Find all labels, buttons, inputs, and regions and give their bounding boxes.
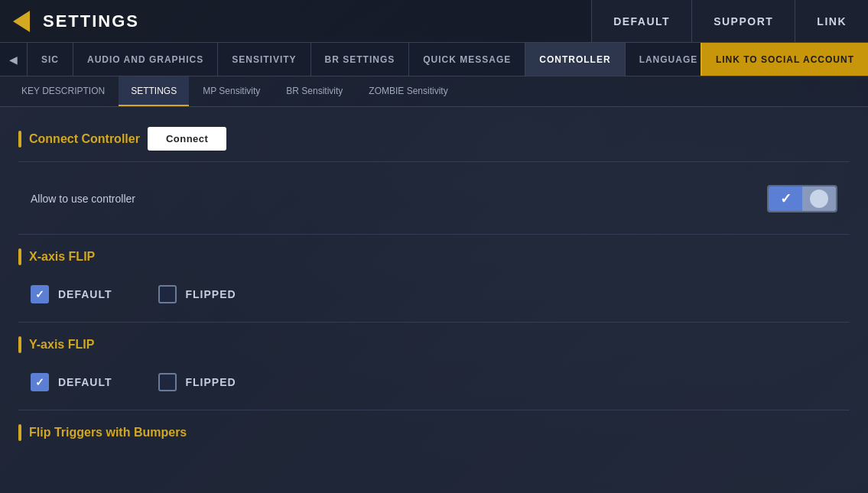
x-axis-default-item[interactable]: DEFAULT xyxy=(31,285,112,303)
nav-tab-quick-message[interactable]: QUICK MESSAGE xyxy=(409,43,525,76)
y-axis-default-item[interactable]: DEFAULT xyxy=(31,373,112,391)
nav-tab-sic[interactable]: SIC xyxy=(28,43,73,76)
sub-tab-settings[interactable]: SETTINGS xyxy=(119,76,189,106)
sub-tab-br-sensitivity[interactable]: BR Sensitivity xyxy=(274,76,355,106)
sub-tab-key-description[interactable]: KEY DESCRIPTION xyxy=(9,76,117,106)
x-axis-default-checkbox[interactable] xyxy=(31,285,49,303)
support-button[interactable]: SUPPORT xyxy=(691,0,795,42)
divider-4 xyxy=(18,410,850,410)
allow-controller-body: Allow to use controller ✓ xyxy=(18,168,850,229)
connect-controller-header: Connect Controller Connect xyxy=(18,119,850,157)
section-y-axis-flip: Y-axis FLIP DEFAULT FLIPPED xyxy=(18,329,850,410)
link-social-account-tab[interactable]: LINK TO SOCIAL ACCOUNT xyxy=(701,43,868,76)
nav-tab-sensitivity[interactable]: SENSITIVITY xyxy=(218,43,310,76)
y-axis-flip-title: Y-axis FLIP xyxy=(29,338,94,352)
divider-3 xyxy=(18,322,850,323)
main-content: Connect Controller Connect Allow to use … xyxy=(0,107,868,493)
nav-tab-br-settings[interactable]: BR SETTINGS xyxy=(311,43,410,76)
page-title: SETTINGS xyxy=(43,11,139,31)
y-axis-flipped-label: FLIPPED xyxy=(186,376,236,388)
nav-tab-language[interactable]: LANGUAGE xyxy=(626,43,713,76)
sub-tabs: KEY DESCRIPTION SETTINGS MP Sensitivity … xyxy=(0,76,868,107)
x-axis-flipped-item[interactable]: FLIPPED xyxy=(158,285,236,303)
x-axis-flip-header: X-axis FLIP xyxy=(18,241,850,271)
sub-tab-mp-sensitivity[interactable]: MP Sensitivity xyxy=(190,76,272,106)
y-axis-default-checkbox[interactable] xyxy=(31,373,49,391)
section-flip-triggers: Flip Triggers with Bumpers xyxy=(18,417,850,447)
flip-triggers-header: Flip Triggers with Bumpers xyxy=(18,417,850,447)
section-bar-triggers-icon xyxy=(18,424,21,441)
nav-tabs: ◀ SIC AUDIO AND GRAPHICS SENSITIVITY BR … xyxy=(0,43,868,76)
connect-button[interactable]: Connect xyxy=(148,127,227,151)
x-axis-flip-body: DEFAULT FLIPPED xyxy=(18,271,850,317)
top-buttons: DEFAULT SUPPORT LINK xyxy=(591,0,868,42)
nav-back-icon: ◀ xyxy=(9,54,18,66)
section-bar-icon xyxy=(18,131,21,148)
nav-tab-controller[interactable]: CONTROLLER xyxy=(525,43,625,76)
divider-2 xyxy=(18,234,850,235)
back-button[interactable] xyxy=(8,8,35,35)
section-x-axis-flip: X-axis FLIP DEFAULT FLIPPED xyxy=(18,241,850,323)
nav-tab-audio-graphics[interactable]: AUDIO AND GRAPHICS xyxy=(73,43,218,76)
allow-controller-label: Allow to use controller xyxy=(31,193,135,205)
toggle-knob-inner xyxy=(810,190,828,208)
x-axis-flipped-label: FLIPPED xyxy=(186,288,236,300)
section-allow-controller: Allow to use controller ✓ xyxy=(18,168,850,235)
allow-controller-toggle[interactable]: ✓ xyxy=(767,185,837,212)
divider-1 xyxy=(18,161,850,162)
x-axis-flipped-checkbox[interactable] xyxy=(158,285,177,303)
section-connect-controller: Connect Controller Connect xyxy=(18,119,850,162)
section-bar-y-icon xyxy=(18,336,21,353)
sub-tab-zombie-sensitivity[interactable]: ZOMBIE Sensitivity xyxy=(356,76,460,106)
toggle-check-icon: ✓ xyxy=(769,186,802,211)
x-axis-flip-checkboxes: DEFAULT FLIPPED xyxy=(31,279,837,310)
connect-controller-title: Connect Controller xyxy=(29,132,140,146)
y-axis-default-label: DEFAULT xyxy=(58,376,112,388)
y-axis-flip-header: Y-axis FLIP xyxy=(18,329,850,359)
top-left: SETTINGS xyxy=(8,8,139,35)
toggle-knob xyxy=(802,186,836,211)
link-button[interactable]: LINK xyxy=(795,0,868,42)
nav-back-button[interactable]: ◀ xyxy=(0,43,28,76)
x-axis-flip-title: X-axis FLIP xyxy=(29,250,95,264)
top-bar: SETTINGS DEFAULT SUPPORT LINK xyxy=(0,0,868,43)
y-axis-flip-checkboxes: DEFAULT FLIPPED xyxy=(31,367,837,397)
x-axis-default-label: DEFAULT xyxy=(58,288,112,300)
y-axis-flip-body: DEFAULT FLIPPED xyxy=(18,359,850,405)
back-arrow-icon xyxy=(13,11,30,32)
default-button[interactable]: DEFAULT xyxy=(591,0,691,42)
allow-controller-row: Allow to use controller ✓ xyxy=(31,176,837,222)
section-bar-x-icon xyxy=(18,248,21,265)
y-axis-flipped-checkbox[interactable] xyxy=(158,373,177,391)
y-axis-flipped-item[interactable]: FLIPPED xyxy=(158,373,236,391)
flip-triggers-title: Flip Triggers with Bumpers xyxy=(29,426,187,439)
